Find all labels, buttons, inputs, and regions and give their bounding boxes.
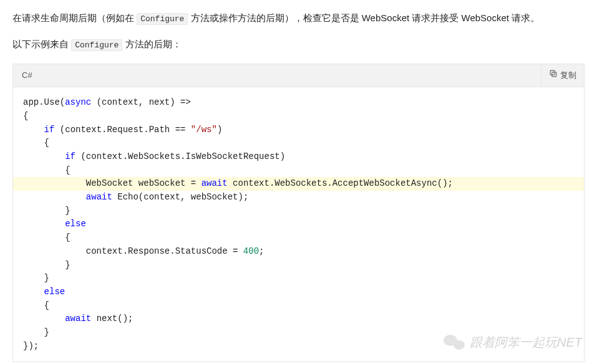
code-line: if (context.WebSockets.IsWebSocketReques… bbox=[23, 150, 574, 164]
inline-code-configure: Configure bbox=[137, 13, 188, 25]
code-line: if (context.Request.Path == "/ws") bbox=[23, 123, 574, 137]
copy-button[interactable]: 复制 bbox=[541, 64, 584, 87]
code-line: else bbox=[23, 218, 574, 231]
code-line: } bbox=[23, 259, 574, 272]
code-line: { bbox=[23, 110, 574, 123]
copy-icon bbox=[549, 69, 558, 82]
text: 以下示例来自 bbox=[12, 39, 71, 49]
copy-label: 复制 bbox=[560, 69, 576, 82]
code-line: } bbox=[23, 204, 574, 218]
code-line: await next(); bbox=[23, 312, 574, 326]
inline-code-configure: Configure bbox=[71, 39, 122, 51]
svg-rect-0 bbox=[552, 72, 556, 77]
code-block: C# 复制 app.Use(async (context, next) =>{ … bbox=[12, 64, 585, 362]
code-line: WebSocket webSocket = await context.WebS… bbox=[13, 177, 584, 191]
code-line: } bbox=[23, 326, 574, 340]
code-line: await Echo(context, webSocket); bbox=[23, 191, 574, 204]
code-line: context.Response.StatusCode = 400; bbox=[23, 245, 574, 259]
code-line: { bbox=[23, 299, 574, 313]
code-lang-label: C# bbox=[13, 64, 41, 87]
svg-rect-1 bbox=[550, 70, 555, 75]
text: 在请求生命周期后期（例如在 bbox=[12, 12, 137, 23]
paragraph-example-lead: 以下示例来自 Configure 方法的后期： bbox=[12, 36, 585, 52]
code-line: { bbox=[23, 136, 574, 150]
code-line: } bbox=[23, 272, 574, 285]
code-header: C# 复制 bbox=[13, 64, 584, 87]
code-line: }); bbox=[23, 340, 574, 353]
paragraph-intro: 在请求生命周期后期（例如在 Configure 方法或操作方法的后期），检查它是… bbox=[12, 10, 585, 26]
code-line: else bbox=[23, 285, 574, 299]
text: 方法或操作方法的后期），检查它是否是 WebSocket 请求并接受 WebSo… bbox=[188, 12, 540, 23]
code-line: app.Use(async (context, next) => bbox=[23, 96, 574, 110]
text: 方法的后期： bbox=[122, 39, 181, 49]
code-line: { bbox=[23, 164, 574, 178]
code-content[interactable]: app.Use(async (context, next) =>{ if (co… bbox=[13, 87, 584, 362]
code-line: { bbox=[23, 231, 574, 245]
